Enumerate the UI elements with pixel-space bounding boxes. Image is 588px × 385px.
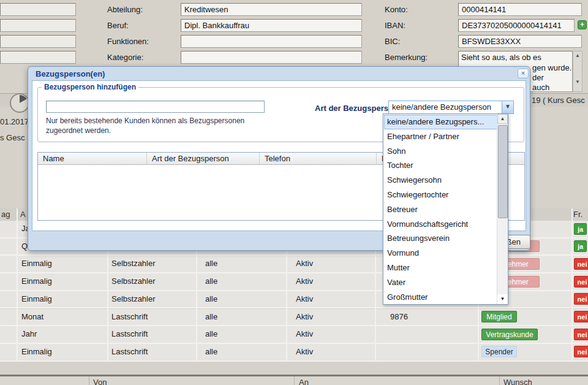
kurs-row-fragment: 19 ( Kurs Gesc [532, 96, 585, 105]
header-col0-fragment: ag [1, 210, 10, 219]
grid-header-telefon[interactable]: Telefon [260, 153, 377, 165]
column-divider [571, 208, 573, 362]
chevron-down-icon: ▼ [505, 103, 511, 110]
fr-badge: ja [574, 240, 587, 252]
header-fr: Fr. [573, 210, 582, 219]
fr-badge: nei [574, 293, 588, 305]
konto-label: Konto: [385, 5, 408, 14]
fr-badge: nei [574, 258, 588, 270]
bic-label: BIC: [385, 37, 400, 46]
row-cell: Jahr [21, 326, 37, 342]
dropdown-option[interactable]: Ehepartner / Partner [384, 129, 497, 144]
fr-badge: nei [574, 311, 588, 322]
bemerkung-line3-fragment: der [532, 73, 544, 82]
plus-icon: + [580, 20, 584, 29]
abteilung-field[interactable] [181, 3, 362, 16]
close-button[interactable]: × [518, 69, 529, 78]
combobox-dropdown-button[interactable]: ▼ [502, 101, 513, 113]
scroll-up-icon[interactable]: ▲ [573, 52, 582, 59]
row-cell: alle [205, 309, 217, 325]
fr-badge: nei [574, 329, 588, 340]
grid-header-name[interactable]: Name [38, 153, 147, 165]
scroll-up-icon: ▲ [500, 116, 505, 121]
left-empty-field-2[interactable] [0, 19, 76, 32]
table-footer-band [0, 362, 588, 375]
dropdown-option[interactable]: Vormund [384, 246, 497, 261]
beruf-label: Beruf: [107, 21, 129, 30]
row-cell: Aktiv [296, 256, 313, 272]
an-header: An [299, 378, 309, 385]
dropdown-option[interactable]: Betreuer [384, 202, 497, 217]
row-cell: Einmalig [21, 273, 52, 289]
art-der-bezugsperson-combobox[interactable]: keine/andere Bezugsperson ▼ [388, 101, 514, 114]
iban-add-button[interactable]: + [578, 20, 587, 29]
left-empty-field-3[interactable] [0, 35, 76, 48]
abteilung-label: Abteilung: [107, 5, 143, 14]
dropdown-option[interactable]: Vater [384, 275, 497, 290]
bezugsperson-search-input[interactable] [46, 101, 265, 113]
close-icon: × [521, 69, 525, 77]
iban-label: IBAN: [385, 21, 405, 30]
row-cell: alle [205, 273, 217, 289]
kategorie-field[interactable] [181, 51, 362, 64]
row-cell: Selbstzahler [111, 291, 156, 307]
dropdown-scrollbar[interactable]: ▲ ▼ [497, 114, 508, 304]
bemerkung-scrollbar[interactable]: ▲ ▼ [573, 51, 582, 92]
scroll-down-icon: ▼ [500, 296, 505, 302]
row-cell: alle [205, 256, 217, 272]
row-cell: Lastschrift [111, 326, 148, 342]
wunsch-header: Wunsch [503, 378, 532, 385]
status-badge: Mitglied [481, 311, 517, 322]
dialog-title: Bezugsperson(en) [36, 69, 105, 78]
beruf-field[interactable] [181, 19, 362, 32]
app-window: Abteilung: Beruf: Funktionen: Kategorie:… [0, 0, 588, 385]
table-row[interactable]: Einmalig Lastschrift alle Aktiv Spender … [0, 344, 588, 362]
column-divider [17, 208, 18, 362]
grid-header-art[interactable]: Art der Bezugsperson [147, 153, 260, 165]
fieldset-legend: Bezugsperson hinzufügen [42, 83, 138, 91]
note-line1: Nur bereits bestehende Kunden können als… [46, 116, 244, 125]
row-cell: Aktiv [296, 291, 313, 307]
dropdown-option[interactable]: Tochter [384, 158, 497, 173]
von-header: Von [93, 378, 107, 385]
bezugsperson-dropdown-list: keine/andere Bezugspers... Ehepartner / … [383, 113, 508, 305]
funktionen-field[interactable] [181, 35, 362, 48]
row-cell: Einmalig [21, 291, 52, 307]
bic-field[interactable] [458, 35, 582, 48]
dropdown-option[interactable]: Schwiegertochter [384, 188, 497, 202]
gesch-fragment: s Gesc [0, 133, 24, 142]
kategorie-label: Kategorie: [107, 53, 143, 62]
funktionen-label: Funktionen: [107, 37, 149, 46]
row-cell: alle [205, 326, 217, 342]
left-empty-field-4[interactable] [0, 51, 76, 64]
dropdown-option[interactable]: Großmutter [384, 290, 497, 305]
dropdown-option[interactable]: keine/andere Bezugspers... [384, 115, 497, 129]
iban-field[interactable] [458, 19, 575, 32]
dropdown-option[interactable]: Betreuungsverein [384, 231, 497, 246]
table-row[interactable]: Monat Lastschrift alle Aktiv 9876 Mitgli… [0, 309, 588, 327]
dropdown-option[interactable]: Mutter [384, 261, 497, 275]
row-cell: Aktiv [296, 344, 313, 360]
scroll-down-button[interactable]: ▼ [497, 294, 508, 304]
row-cell: alle [205, 291, 217, 307]
bemerkung-line4-fragment: auch [532, 83, 549, 92]
row-cell: alle [205, 344, 217, 360]
konto-field[interactable] [458, 3, 582, 16]
dropdown-option[interactable]: Vormundschaftsgericht [384, 217, 497, 232]
scroll-down-icon[interactable]: ▼ [573, 78, 582, 86]
bemerkung-label: Bemerkung: [385, 53, 428, 62]
row-cell: Aktiv [296, 309, 313, 325]
row-cell: Monat [21, 309, 43, 325]
status-badge: Vertragskunde [481, 329, 538, 340]
left-empty-field-1[interactable] [0, 3, 76, 16]
row-cell: Lastschrift [111, 344, 148, 360]
bemerkung-line2-fragment: gen wurde. [532, 63, 571, 72]
table-row[interactable]: Jahr Lastschrift alle Aktiv Vertragskund… [0, 326, 588, 344]
header-col1-fragment: A [20, 210, 26, 219]
dropdown-option[interactable]: Schwiegersohn [384, 173, 497, 188]
bemerkung-line1: Sieht so aus, als ob es [461, 53, 541, 62]
scroll-up-button[interactable]: ▲ [497, 114, 508, 124]
scrollbar-thumb[interactable] [498, 125, 508, 218]
fr-badge: ja [574, 223, 587, 235]
dropdown-option[interactable]: Sohn [384, 144, 497, 159]
